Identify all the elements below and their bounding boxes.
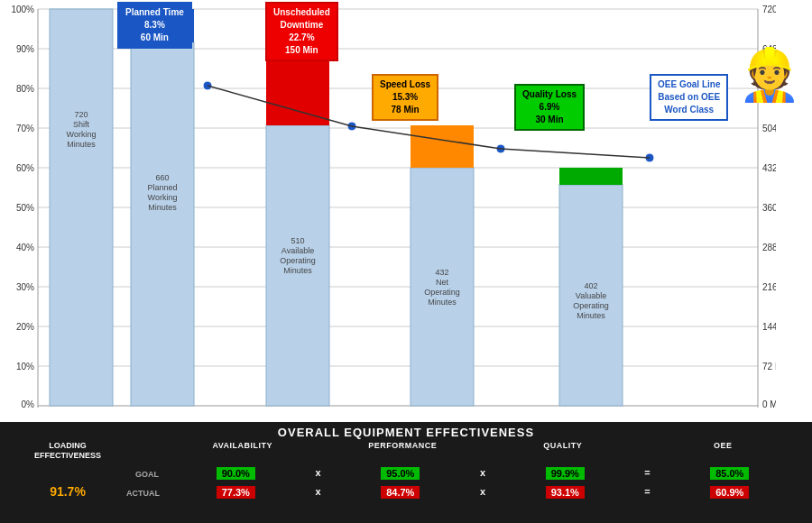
qual-goal: 99.9% [492, 464, 639, 481]
svg-text:Available: Available [281, 246, 314, 255]
svg-text:Working: Working [67, 130, 97, 139]
svg-text:30%: 30% [16, 282, 34, 292]
oee-actual: 60.9% [657, 483, 804, 500]
avail-goal: 90.0% [162, 464, 309, 481]
svg-text:402: 402 [584, 281, 597, 290]
svg-text:216 Min: 216 Min [762, 282, 776, 292]
svg-text:60%: 60% [16, 163, 34, 173]
col-performance-header: PERFORMANCE [323, 441, 484, 463]
svg-text:Working: Working [148, 193, 178, 202]
planned-time-title: Planned Time [125, 7, 184, 17]
svg-text:Minutes: Minutes [148, 203, 177, 212]
svg-text:50%: 50% [16, 203, 34, 213]
svg-text:Valuable: Valuable [576, 291, 606, 300]
svg-text:Net: Net [436, 278, 449, 287]
oee-goal: 85.0% [657, 464, 804, 481]
svg-text:720 Min: 720 Min [762, 5, 776, 14]
quality-title: Quality Loss [522, 89, 577, 99]
svg-text:432 Min: 432 Min [762, 163, 776, 173]
planned-time-min: 60 Min [141, 32, 169, 42]
unscheduled-callout: Unscheduled Downtime 22.7% 150 Min [265, 2, 338, 61]
svg-text:Minutes: Minutes [428, 298, 457, 307]
op3-goal: = [639, 467, 657, 478]
svg-text:432: 432 [435, 268, 448, 277]
svg-text:Minutes: Minutes [577, 311, 605, 320]
svg-text:Operating: Operating [280, 256, 316, 265]
svg-text:510: 510 [291, 236, 304, 245]
unscheduled-pct: 22.7% [289, 32, 314, 42]
oee-table-title: OVERALL EQUIPMENT EFFECTIVENESS [0, 422, 812, 439]
svg-text:20%: 20% [16, 322, 34, 332]
op3-actual: = [639, 486, 657, 497]
avail-actual: 77.3% [162, 483, 309, 500]
bar-shift [50, 9, 113, 406]
svg-text:Minutes: Minutes [283, 266, 312, 275]
bar-net [411, 168, 474, 406]
unscheduled-title: Unscheduled [273, 7, 330, 17]
planned-time-callout: Planned Time 8.3% 60 Min [117, 2, 192, 49]
svg-text:80%: 80% [16, 84, 34, 94]
col-availability-header: AVAILABILITY [162, 441, 323, 463]
worker-figure: 👷 [738, 50, 801, 100]
oee-goal-callout: OEE Goal Line Based on OEE Word Class [650, 74, 728, 121]
qual-actual: 93.1% [492, 483, 639, 500]
op1-goal: x [309, 467, 328, 478]
loading-actual: 91.7% [9, 483, 126, 500]
bar-planned [131, 42, 194, 406]
loss-block-quality [559, 168, 623, 185]
svg-text:288 Min: 288 Min [762, 243, 776, 252]
col-loading-header: LOADINGEFFECTIVENESS [9, 441, 126, 463]
speed-min: 78 Min [392, 105, 420, 115]
quality-min: 30 Min [535, 115, 563, 124]
svg-text:70%: 70% [16, 124, 34, 133]
col-quality-header: QUALITY [483, 441, 643, 463]
svg-text:144 Min: 144 Min [762, 322, 776, 332]
svg-text:0%: 0% [22, 399, 35, 409]
oee-table: OVERALL EQUIPMENT EFFECTIVENESS LOADINGE… [0, 422, 812, 523]
speed-pct: 15.3% [392, 92, 418, 102]
svg-text:504 Min: 504 Min [762, 124, 776, 133]
svg-text:360 Min: 360 Min [762, 203, 776, 213]
unscheduled-min: 150 Min [285, 45, 318, 55]
svg-text:660: 660 [155, 173, 169, 182]
svg-text:72 Min: 72 Min [762, 362, 776, 372]
main-container: 100% 90% 80% 70% 60% 50% 40% 30% 20% 10%… [0, 0, 812, 523]
planned-time-pct: 8.3% [144, 20, 165, 30]
svg-text:Minutes: Minutes [67, 140, 96, 149]
loss-block-speed [411, 125, 474, 168]
op2-goal: x [474, 467, 492, 478]
col-oee-header: OEE [643, 441, 804, 463]
svg-text:0 Min: 0 Min [762, 399, 776, 409]
quality-pct: 6.9% [540, 102, 560, 112]
svg-text:720: 720 [74, 110, 88, 119]
svg-text:Operating: Operating [573, 301, 609, 310]
svg-text:Shift: Shift [73, 120, 90, 129]
oee-goal-line3: Word Class [664, 105, 714, 115]
svg-text:100%: 100% [11, 5, 34, 14]
svg-text:Planned: Planned [147, 183, 177, 192]
svg-text:Operating: Operating [424, 288, 460, 297]
speed-title: Speed Loss [380, 79, 430, 89]
perf-actual: 84.7% [328, 483, 475, 500]
unscheduled-sub: Downtime [281, 20, 324, 30]
quality-loss-callout: Quality Loss 6.9% 30 Min [514, 84, 585, 131]
goal-row-label: GOAL [126, 464, 162, 481]
svg-text:90%: 90% [16, 44, 34, 54]
svg-text:40%: 40% [16, 243, 34, 252]
oee-goal-line1: OEE Goal Line [658, 79, 720, 89]
chart-svg: 100% 90% 80% 70% 60% 50% 40% 30% 20% 10%… [0, 0, 776, 424]
op2-actual: x [474, 486, 492, 497]
op1-actual: x [309, 486, 328, 497]
svg-text:10%: 10% [16, 362, 34, 372]
speed-loss-callout: Speed Loss 15.3% 78 Min [372, 74, 438, 121]
goal-line-seg3 [501, 149, 650, 158]
oee-goal-line2: Based on OEE [658, 92, 720, 102]
actual-row-label: ACTUAL [126, 483, 162, 500]
perf-goal: 95.0% [328, 464, 475, 481]
